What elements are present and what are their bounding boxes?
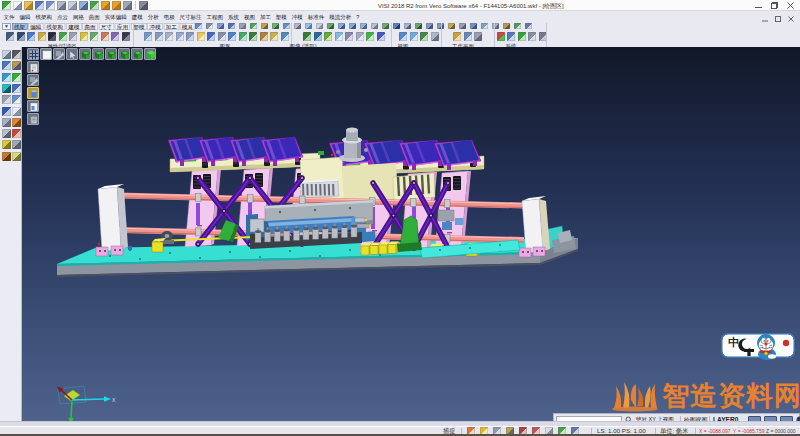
sys-link-icon[interactable]: [514, 23, 521, 29]
pointer-icon[interactable]: [66, 48, 78, 60]
cyl-gray-icon[interactable]: [2, 118, 11, 127]
select-group-icon[interactable]: [283, 23, 290, 29]
view-cube-4-icon[interactable]: [118, 48, 130, 60]
menu-12[interactable]: 工程图: [204, 13, 225, 21]
snap-label[interactable]: 捕捉: [443, 429, 455, 434]
filter-blue-icon[interactable]: [228, 23, 235, 29]
visi-logo-icon[interactable]: [2, 1, 11, 10]
tab-list-dropdown-icon[interactable]: ▼: [2, 23, 11, 30]
move-blue-icon[interactable]: [2, 73, 11, 82]
menu-8[interactable]: 建模: [129, 13, 145, 21]
save-all-icon[interactable]: [46, 1, 55, 10]
wp-align-icon[interactable]: [464, 32, 472, 41]
doc-new-icon[interactable]: [2, 50, 11, 59]
menu-14[interactable]: 视图: [241, 13, 257, 21]
view-pane-icon[interactable]: [481, 23, 488, 29]
layer-box-icon[interactable]: [217, 23, 224, 29]
cyl-icon[interactable]: [218, 32, 226, 41]
zoom-all-icon[interactable]: [338, 23, 345, 29]
hl-edges-icon[interactable]: [345, 32, 353, 41]
box-blue-icon[interactable]: [207, 32, 215, 41]
block-yellow-icon[interactable]: [2, 140, 11, 149]
pencil-edit-icon[interactable]: [12, 61, 21, 70]
star-filter-icon[interactable]: [80, 32, 88, 41]
transp-icon[interactable]: [335, 32, 343, 41]
doc-gray-icon[interactable]: [27, 113, 39, 125]
new-file-icon[interactable]: [13, 1, 22, 10]
solid-cyl-icon[interactable]: [2, 129, 11, 138]
menu-2[interactable]: 编辑: [17, 13, 33, 21]
redraw-icon[interactable]: [155, 32, 163, 41]
model-right-column[interactable]: [519, 196, 576, 257]
view-iso-icon[interactable]: [399, 32, 407, 41]
menu-17[interactable]: 冲模: [289, 13, 305, 21]
sel-blue-icon[interactable]: [377, 32, 385, 41]
box-shade-icon[interactable]: [176, 32, 184, 41]
view-cube-3-icon[interactable]: [105, 48, 117, 60]
help-sys-icon[interactable]: [470, 23, 477, 29]
save-icon[interactable]: [35, 1, 44, 10]
grid-filter-icon[interactable]: [59, 32, 67, 41]
select-frame-icon[interactable]: [2, 61, 11, 70]
plus-filter-icon[interactable]: [90, 32, 98, 41]
menu-4[interactable]: 点云: [54, 13, 70, 21]
wp-new-icon[interactable]: [453, 32, 461, 41]
sphere-gray-icon[interactable]: [2, 95, 11, 104]
menu-18[interactable]: 标准件: [305, 13, 326, 21]
shade-mode-icon[interactable]: [393, 23, 400, 29]
top-view-icon[interactable]: [426, 23, 433, 29]
shade-white-icon[interactable]: [40, 48, 52, 60]
wcs-icon[interactable]: [327, 23, 334, 29]
doc-yellow-icon[interactable]: [12, 152, 21, 161]
add-filter-icon[interactable]: [27, 32, 35, 41]
doc-list-icon[interactable]: [27, 61, 39, 73]
box-hidden-icon[interactable]: [186, 32, 194, 41]
view-cube-2-icon[interactable]: [92, 48, 104, 60]
shade-sel-icon[interactable]: [303, 32, 311, 41]
menu-3[interactable]: 线架构: [33, 13, 54, 21]
zoom-win-icon[interactable]: [349, 23, 356, 29]
menu-1[interactable]: 文件: [1, 13, 17, 21]
units-label[interactable]: 单位: 毫米: [660, 429, 688, 434]
print-icon[interactable]: [57, 1, 66, 10]
ribbon-tab-3[interactable]: 线架构: [44, 23, 65, 29]
cplane-icon[interactable]: [448, 23, 455, 29]
sel-cube-icon[interactable]: [111, 32, 119, 41]
undo-icon[interactable]: [101, 1, 110, 10]
ribbon-tab-5[interactable]: 曲面: [82, 23, 97, 29]
sel-dark-icon[interactable]: [122, 32, 130, 41]
redo-icon[interactable]: [112, 1, 121, 10]
ribbon-tab-10[interactable]: 加工: [164, 23, 179, 29]
check-green-icon[interactable]: [12, 73, 21, 82]
box-wire-icon[interactable]: [165, 32, 173, 41]
erase-icon[interactable]: [12, 50, 21, 59]
sel-color-icon[interactable]: [366, 32, 374, 41]
ribbon-tab-11[interactable]: 模具: [180, 23, 195, 29]
axe-orange-icon[interactable]: [2, 152, 11, 161]
ribbon-tab-4[interactable]: 建模: [66, 23, 81, 29]
view-cube-5-icon[interactable]: [131, 48, 143, 60]
minus-filter-icon[interactable]: [101, 32, 109, 41]
box-sel-icon[interactable]: [197, 32, 205, 41]
sys-globe-icon[interactable]: [518, 32, 526, 41]
refresh-icon[interactable]: [144, 32, 152, 41]
menu-7[interactable]: 实体编辑: [102, 13, 129, 21]
layer-stack-icon[interactable]: [249, 32, 257, 41]
page-white-icon[interactable]: [12, 107, 21, 116]
minimize-button[interactable]: [755, 2, 762, 9]
blank-icon[interactable]: [316, 23, 323, 29]
cyl-blue-icon[interactable]: [27, 87, 39, 99]
menu-10[interactable]: 电极: [161, 13, 177, 21]
menu-20[interactable]: ?: [354, 14, 362, 20]
pan-icon[interactable]: [371, 23, 378, 29]
scissor-icon[interactable]: [69, 32, 77, 41]
menu-19[interactable]: 模流分析: [327, 13, 354, 21]
mask-icon[interactable]: [294, 23, 301, 29]
wire-mode-icon[interactable]: [404, 23, 411, 29]
sys-grid-icon[interactable]: [528, 32, 536, 41]
customize-icon[interactable]: [123, 1, 132, 10]
sys-color-icon[interactable]: [497, 32, 505, 41]
zoom-prev-icon[interactable]: [360, 23, 367, 29]
line-type-icon[interactable]: [206, 23, 213, 29]
corner-orange-icon[interactable]: [12, 118, 21, 127]
